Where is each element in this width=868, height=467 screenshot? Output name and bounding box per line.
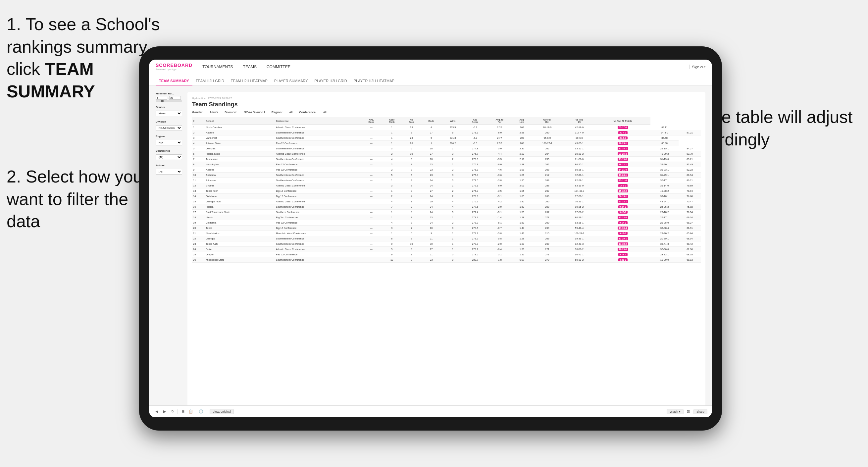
bottom-toolbar: ◀ ▶ ↻ ⊞ 📋 🕐 View: Original Watch ▾ ⊡ Sha… [187,405,705,411]
table-row: 3VanderbiltSoutheastern Conference—12352… [192,135,701,141]
col-rank: # [192,117,205,125]
filter-conference-select[interactable]: (All) [156,154,182,160]
table-row: 19CaliforniaPac-12 Conference—48242278.2… [192,220,701,225]
table-row: 5Ole MissSoutheastern Conference—3618127… [192,146,701,151]
table-row: 24DukeAtlantic Coast Conference—59271279… [192,247,701,252]
col-adj-score: Adj.Score [464,117,486,125]
col-avg-par: Avg. toPar [487,117,513,125]
table-row: 4Arizona StatePac-12 Conference—1261274.… [192,141,701,146]
col-vs-top25: Vs Top25 [563,117,595,125]
filter-division-label: Division [156,120,182,123]
tab-team-h2h-grid[interactable]: TEAM H2H GRID [192,77,227,86]
table-row: 22GeorgiaSoutheastern Conference—8721127… [192,236,701,242]
tablet-frame: SCOREBOARD Powered by clippd TOURNAMENTS… [139,46,722,431]
table-row: 23Texas A&MSoutheastern Conference—91030… [192,242,701,247]
table-row: 7TennesseeSoutheastern Conference—461822… [192,157,701,162]
table-header-row: # School Conference Avg.Rank ConfRank No… [192,117,701,125]
logo-scoreboard: SCOREBOARD [156,63,192,68]
filter-division: Division NCAA Division I [156,120,182,131]
col-conf-rank: ConfRank [381,117,402,125]
table-row: 9ArizonaPac-12 Conference—28232276.3-4.6… [192,167,701,173]
tab-player-h2h-grid[interactable]: PLAYER H2H GRID [311,77,350,86]
table-row: 20TexasBig 12 Conference—37108278.6-0.71… [192,225,701,231]
table-row: 21New MexicoMountain West Conference—159… [192,231,701,236]
share-button[interactable]: Share [693,409,705,411]
tab-player-h2h-heatmap[interactable]: PLAYER H2H HEATMAP [350,77,398,86]
filter-min-rounds: Minimum Ro... - [156,92,182,102]
col-overall: OverallRd. [531,117,563,125]
col-avg-low: Avg.Low [513,117,531,125]
table-row: 13Texas TechBig 12 Conference—19272276.9… [192,188,701,194]
filter-school: School (All) [156,164,182,175]
table-row: 12VirginiaAtlantic Coast Conference—3824… [192,183,701,188]
filter-school-select[interactable]: (All) [156,169,182,175]
table-row: 2AuburnSoutheastern Conference—19276273.… [192,130,701,135]
slider-bar[interactable] [156,100,182,102]
col-school: School [205,117,275,125]
filter-division-select[interactable]: NCAA Division I [156,125,182,131]
col-rnds: Rnds [421,117,442,125]
filter-conference-label: Conference [156,149,182,152]
table-row: 18IllinoisBig Ten Conference—18231279.1-… [192,215,701,220]
nav-divider [689,65,689,69]
clock-icon[interactable]: 🕐 [198,409,204,411]
filter-gender: Gender Men's [156,106,182,116]
table-row: 17East Tennessee StateSouthern Conferenc… [192,210,701,215]
table-row: 14OklahomaBig 12 Conference—24242278.9-5… [192,194,701,199]
table-row: 6Florida StateAtlantic Coast Conference—… [192,151,701,157]
filter-region-label: Region [156,135,182,138]
nav-tournaments[interactable]: TOURNAMENTS [203,63,233,70]
filter-gender-label: Gender [156,106,182,108]
tab-team-h2h-heatmap[interactable]: TEAM H2H HEATMAP [227,77,271,86]
table-row: 8WashingtonPac-12 Conference—28231276.3-… [192,162,701,167]
col-avg-rank: Avg.Rank [361,117,381,125]
col-vs-top50: Vs Top 50 Points [595,117,650,125]
filter-school-label: School [156,164,182,167]
filter-min-rounds-to[interactable] [169,96,181,100]
main-content: Minimum Ro... - Gender Men's [149,86,712,417]
nav-teams[interactable]: TEAMS [243,63,257,70]
standings-table: # School Conference Avg.Rank ConfRank No… [192,117,701,263]
nav-links: TOURNAMENTS TEAMS COMMITTEE [203,63,689,70]
col-wins: Wins [442,117,464,125]
tab-team-summary[interactable]: TEAM SUMMARY [156,77,192,86]
filter-region-select[interactable]: N/A [156,140,182,146]
share-icon-small[interactable]: ⊡ [685,409,691,411]
paste-icon[interactable]: 📋 [188,409,194,411]
filter-min-rounds-label: Minimum Ro... [156,92,182,95]
tab-player-summary[interactable]: PLAYER SUMMARY [271,77,311,86]
table-row: 26Mississippi StateSoutheastern Conferen… [192,257,701,263]
view-original-button[interactable]: View: Original [210,409,234,411]
slider-thumb[interactable] [161,100,164,102]
table-row: 10AlabamaSoutheastern Conference—5623327… [192,173,701,178]
table-row: 16FloridaSoutheastern Conference—7924427… [192,204,701,210]
table-title: Team Standings [192,101,701,108]
filter-min-rounds-from[interactable] [156,96,167,100]
table-filter-row: Gender: Men's Division: NCAA Division I … [192,111,701,114]
col-no-tour: NoTour [402,117,421,125]
logo-sub: Powered by clippd [156,68,192,71]
sign-out-button[interactable]: Sign out [692,65,705,69]
table-row: 11ArkansasSoutheastern Conference—192432… [192,178,701,183]
update-time: Update time: 27/03/2024 16:56:26 [192,97,701,100]
filter-min-rounds-range: - [156,96,182,100]
nav-committee[interactable]: COMMITTEE [267,63,290,70]
table-row: 1North CarolinaAtlantic Coast Conference… [192,125,701,130]
table-row: 25OregonPac-12 Conference—97210279.5-3.1… [192,252,701,257]
filter-gender-select[interactable]: Men's [156,111,182,116]
sidebar-filters: Minimum Ro... - Gender Men's [156,92,182,411]
nav-bar: SCOREBOARD Powered by clippd TOURNAMENTS… [149,60,712,74]
table-row: 15Georgia TechAtlantic Coast Conference—… [192,199,701,204]
tablet-screen: SCOREBOARD Powered by clippd TOURNAMENTS… [149,60,712,417]
watch-button[interactable]: Watch ▾ [666,409,684,411]
logo-area: SCOREBOARD Powered by clippd [156,63,192,71]
filter-region: Region N/A [156,135,182,146]
table-area: Update time: 27/03/2024 16:56:26 Team St… [187,92,705,411]
sub-nav: TEAM SUMMARY TEAM H2H GRID TEAM H2H HEAT… [149,74,712,86]
filter-conference: Conference (All) [156,149,182,160]
col-conference: Conference [275,117,361,125]
